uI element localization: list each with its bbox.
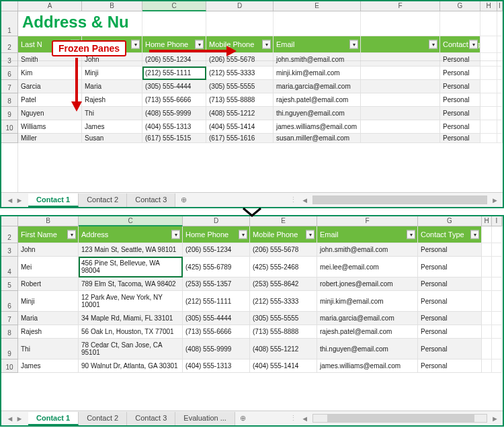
cell[interactable]: Personal — [418, 325, 482, 339]
cell[interactable]: Personal — [418, 359, 482, 373]
cell[interactable]: Minji — [82, 67, 142, 80]
filter-dropdown-icon[interactable]: ▾ — [407, 230, 415, 239]
scroll-right-icon[interactable]: ► — [491, 196, 499, 204]
cell[interactable]: robert.jones@email.com — [317, 277, 418, 291]
cell[interactable]: rajesh.patel@email.com — [274, 93, 361, 107]
horizontal-scrollbar[interactable] — [312, 414, 487, 423]
sheet-tab[interactable]: Contact 1 — [28, 194, 79, 207]
cell[interactable]: (617) 555-1515 — [142, 134, 206, 143]
row-header[interactable]: 2 — [1, 226, 18, 243]
cell[interactable] — [361, 120, 440, 134]
cell[interactable] — [361, 93, 440, 107]
tab-nav[interactable]: ◄ ► — [1, 196, 28, 204]
cell[interactable]: Personal — [440, 67, 480, 80]
cell[interactable]: 56 Oak Ln, Houston, TX 77001 — [79, 325, 183, 339]
scroll-left-icon[interactable]: ◄ — [301, 196, 308, 204]
cell[interactable]: Personal — [440, 120, 480, 134]
cell[interactable]: (713) 555-6666 — [142, 93, 206, 107]
cell[interactable]: Miller — [18, 134, 82, 143]
sheet-tab[interactable]: Contact 3 — [127, 194, 175, 207]
filter-dropdown-icon[interactable]: ▾ — [262, 40, 271, 49]
cell[interactable]: (617) 555-1616 — [206, 134, 274, 143]
cell[interactable]: (212) 555-3333 — [250, 291, 317, 312]
cell[interactable]: 34 Maple Rd, Miami, FL 33101 — [79, 312, 183, 325]
filter-dropdown-icon[interactable]: ▾ — [67, 230, 76, 239]
row-header[interactable]: 7 — [1, 80, 18, 93]
row-header[interactable]: 10 — [1, 359, 18, 373]
cell[interactable]: (253) 555-1357 — [183, 277, 250, 291]
filter-dropdown-icon[interactable]: ▾ — [171, 230, 180, 239]
column-header[interactable]: F — [317, 216, 418, 226]
cell[interactable]: Maria — [82, 80, 142, 93]
sheet-tab[interactable]: Contact 2 — [79, 194, 127, 207]
cell[interactable]: Personal — [418, 312, 482, 325]
cell[interactable]: (206) 555-1234 — [183, 243, 250, 257]
row-header[interactable]: 8 — [1, 325, 18, 339]
filter-dropdown-icon[interactable]: ▾ — [131, 40, 140, 49]
column-header[interactable]: A — [18, 1, 82, 11]
cell[interactable]: minji.kim@email.com — [317, 291, 418, 312]
cell[interactable]: James — [82, 120, 142, 134]
row-header[interactable]: 7 — [1, 312, 18, 325]
cell[interactable]: Personal — [440, 80, 480, 93]
column-header[interactable]: C — [142, 1, 206, 11]
cell[interactable]: (212) 555-1111 — [142, 67, 206, 80]
cell[interactable]: Rajesh — [82, 93, 142, 107]
cell[interactable]: (206) 555-5678 — [250, 243, 317, 257]
row-header[interactable] — [1, 134, 18, 143]
cell[interactable]: Williams — [18, 120, 82, 134]
cell[interactable]: Personal — [440, 107, 480, 120]
row-header[interactable]: 9 — [1, 107, 18, 120]
column-header[interactable]: G — [440, 1, 480, 11]
cell[interactable] — [361, 80, 440, 93]
filter-dropdown-icon[interactable]: ▾ — [349, 40, 358, 49]
cell[interactable]: Minji — [18, 291, 79, 312]
row-header[interactable]: 5 — [1, 277, 18, 291]
row-header[interactable]: 9 — [1, 339, 18, 359]
row-header[interactable]: 6 — [1, 291, 18, 312]
column-header[interactable]: F — [361, 1, 440, 11]
row-header[interactable]: 10 — [1, 120, 18, 134]
cell[interactable]: Thi — [18, 339, 79, 359]
cell[interactable]: James — [18, 359, 79, 373]
column-header[interactable]: H — [480, 1, 497, 11]
cell[interactable]: susan.miller@email.com — [274, 134, 361, 143]
cell[interactable]: Rajesh — [18, 325, 79, 339]
column-header[interactable]: I — [497, 1, 503, 11]
cell[interactable]: (253) 555-8642 — [250, 277, 317, 291]
column-header[interactable]: E — [250, 216, 317, 226]
scroll-left-icon[interactable]: ◄ — [301, 415, 308, 423]
cell[interactable]: (404) 555-1313 — [142, 120, 206, 134]
sheet-tab[interactable]: Contact 1 — [28, 412, 79, 425]
cell[interactable]: 90 Walnut Dr, Atlanta, GA 30301 — [79, 359, 183, 373]
row-header[interactable]: 2 — [1, 36, 18, 53]
cell[interactable]: (408) 555-1212 — [206, 107, 274, 120]
filter-dropdown-icon[interactable]: ▾ — [429, 40, 437, 49]
col-home-phone[interactable]: Home Phone▾ — [183, 226, 250, 243]
cell[interactable]: Robert — [18, 277, 79, 291]
col-blank[interactable]: ▾ — [361, 36, 440, 53]
cell[interactable]: Thi — [82, 107, 142, 120]
filter-dropdown-icon[interactable]: ▾ — [306, 230, 314, 239]
column-header[interactable]: I — [492, 216, 502, 226]
cell[interactable]: maria.garcia@email.com — [317, 312, 418, 325]
cell[interactable]: Personal — [418, 291, 482, 312]
cell[interactable]: (305) 555-4444 — [183, 312, 250, 325]
cell[interactable]: (713) 555-6666 — [183, 325, 250, 339]
row-header[interactable]: 3 — [1, 243, 18, 257]
cell[interactable]: Personal — [418, 339, 482, 359]
cell[interactable]: 123 Main St, Seattle, WA 98101 — [79, 243, 183, 257]
cell[interactable]: Personal — [418, 257, 482, 277]
cell[interactable] — [361, 67, 440, 80]
cell[interactable]: (408) 555-1212 — [250, 339, 317, 359]
row-header[interactable]: 1 — [1, 11, 18, 36]
cell[interactable]: (305) 555-4444 — [142, 80, 206, 93]
cell[interactable]: (713) 555-8888 — [206, 93, 274, 107]
cell[interactable]: (212) 555-1111 — [183, 291, 250, 312]
cell[interactable]: (305) 555-5555 — [206, 80, 274, 93]
cell[interactable] — [361, 134, 440, 143]
col-address[interactable]: Address▾ — [79, 226, 183, 243]
cell[interactable]: 789 Elm St, Tacoma, WA 98402 — [79, 277, 183, 291]
cell[interactable]: (713) 555-8888 — [250, 325, 317, 339]
cell[interactable]: (408) 555-9999 — [142, 107, 206, 120]
